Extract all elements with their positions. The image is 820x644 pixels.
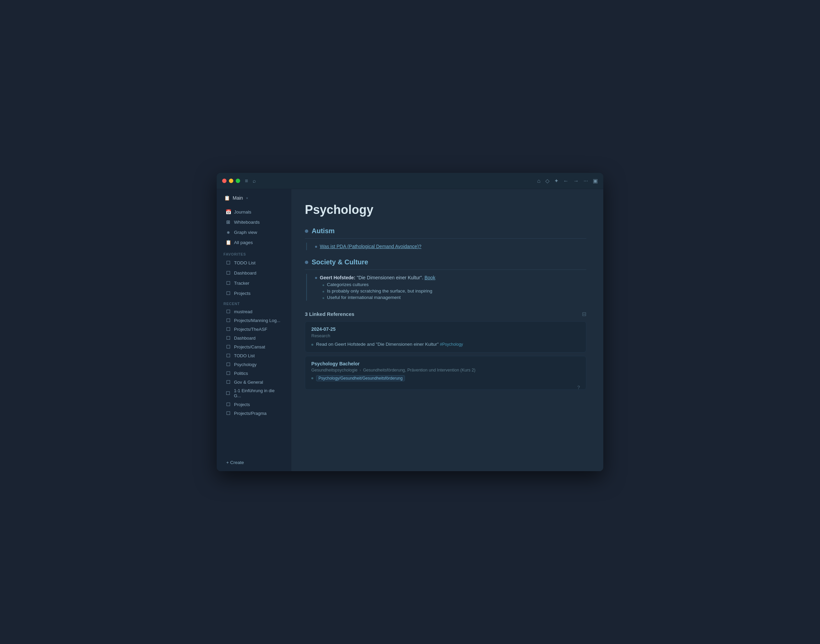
hofstede-quote: "Die Dimensionen einer Kultur".: [357, 275, 425, 280]
recent-list: ☐ mustread ☐ Projects/Manning Log... ☐ P…: [217, 307, 291, 418]
sidebar-item-projects-cansat[interactable]: ☐ Projects/Cansat: [219, 342, 289, 351]
page-link[interactable]: Psychology/Gesundheit/Gesundheitsförderu…: [316, 375, 405, 381]
ref-card-2: Psychology Bachelor Gesundheitspsycholog…: [305, 356, 587, 390]
autism-divider: [305, 238, 587, 239]
star-icon[interactable]: ✦: [554, 178, 559, 184]
search-icon[interactable]: ⌕: [253, 178, 256, 184]
list-item: Categorizes cultures: [322, 281, 587, 288]
section-autism-header: Autism: [305, 227, 587, 235]
pda-link[interactable]: Was ist PDA (Pathological Demand Avoidan…: [320, 244, 422, 249]
close-button[interactable]: [222, 179, 227, 183]
workspace-label: Main: [233, 195, 243, 201]
sidebar-item-projects-pragma[interactable]: ☐ Projects/Pragma: [219, 409, 289, 418]
sidebar-item-projects[interactable]: ☐ Projects: [219, 288, 289, 298]
projects-label: Projects: [234, 291, 250, 296]
diamond-icon[interactable]: ◇: [545, 178, 550, 184]
workspace-chevron: ▾: [246, 196, 248, 200]
society-content: Geert Hofstede: "Die Dimensionen einer K…: [306, 274, 587, 301]
section-society-header: Society & Culture: [305, 258, 587, 266]
home-icon[interactable]: ⌂: [537, 178, 541, 184]
ref-card-1: 2024-07-25 Research Read on Geert Hofste…: [305, 321, 587, 353]
ref-breadcrumb: Gesundheitspsychologie › Gesundheitsförd…: [311, 368, 580, 373]
titlebar-right-icons: ⌂ ◇ ✦ ← → ··· ▣: [537, 178, 598, 184]
sidebar-item-all-pages[interactable]: 📋 All pages: [219, 237, 289, 247]
minimize-button[interactable]: [229, 179, 233, 183]
help-icon[interactable]: ?: [577, 385, 580, 390]
page-title: Psychology: [305, 203, 587, 217]
sidebar-item-projects-theasf[interactable]: ☐ Projects/TheASF: [219, 325, 289, 334]
sidebar-item-journals[interactable]: 📅 Journals: [219, 207, 289, 217]
breadcrumb-part-1[interactable]: Gesundheitspsychologie: [311, 368, 358, 373]
ref-card-2-title[interactable]: Psychology Bachelor: [311, 361, 580, 366]
list-item: Is probably only scratching the surface,…: [322, 288, 587, 294]
autism-bullet: [305, 230, 308, 233]
all-pages-label: All pages: [234, 240, 253, 245]
1-1-label: 1-1 Einführung in die G...: [234, 388, 282, 398]
sidebar-item-dashboard-recent[interactable]: ☐ Dashboard: [219, 334, 289, 342]
titlebar: ≡ ⌕ ⌂ ◇ ✦ ← → ··· ▣: [217, 173, 603, 189]
ref-card-1-subtitle: Research: [311, 333, 580, 338]
sidebar-item-politics[interactable]: ☐ Politics: [219, 369, 289, 377]
item-bullet: [315, 277, 317, 279]
autism-content: Was ist PDA (Pathological Demand Avoidan…: [306, 243, 587, 250]
sidebar-item-tracker[interactable]: ☐ Tracker: [219, 278, 289, 288]
sidebar-item-projects-2[interactable]: ☐ Projects: [219, 400, 289, 409]
page-icon: ☐: [226, 270, 231, 276]
calendar-icon: 📅: [226, 209, 231, 215]
sub-item-3: Useful for international management: [327, 295, 401, 300]
list-item: Psychology/Gesundheit/Gesundheitsförderu…: [311, 374, 580, 382]
main-layout: 📋 Main ▾ 📅 Journals ⊞ Whiteboards ⎈ Grap…: [217, 189, 603, 471]
sub-item-1: Categorizes cultures: [327, 282, 369, 287]
sidebar-item-projects-manning[interactable]: ☐ Projects/Manning Log...: [219, 316, 289, 325]
more-icon[interactable]: ···: [584, 178, 588, 184]
sub-bullet: [322, 297, 324, 299]
tag-psychology[interactable]: #Psychology: [440, 342, 463, 347]
page-icon: ☐: [226, 280, 231, 286]
forward-icon[interactable]: →: [573, 178, 579, 184]
sub-bullet: [322, 291, 324, 293]
autism-title: Autism: [312, 227, 335, 235]
book-link[interactable]: Book: [425, 275, 435, 280]
linked-refs-header: 3 Linked References ⊟: [305, 311, 587, 317]
page-icon: ☐: [226, 317, 231, 323]
ref-item-bullet: [311, 377, 313, 379]
sidebar-item-todo-list[interactable]: ☐ TODO List: [219, 258, 289, 268]
sidebar-item-gov-general[interactable]: ☐ Gov & General: [219, 377, 289, 386]
sidebar-item-whiteboards[interactable]: ⊞ Whiteboards: [219, 217, 289, 227]
ref-card-1-title[interactable]: 2024-07-25: [311, 327, 580, 332]
layout-icon[interactable]: ▣: [593, 178, 598, 184]
workspace-icon: 📋: [224, 195, 230, 201]
ref-item-text: Read on Geert Hofstede and "Die Dimensio…: [316, 342, 463, 347]
sidebar-item-graph-view[interactable]: ⎈ Graph view: [219, 227, 289, 237]
society-bullet: [305, 261, 308, 264]
sidebar-item-psychology[interactable]: ☐ Psychology: [219, 360, 289, 369]
sidebar-item-todo-list-2[interactable]: ☐ TODO List: [219, 351, 289, 360]
todo-label: TODO List: [234, 260, 256, 265]
breadcrumb-part-2[interactable]: Gesundheitsförderung, Prävention und Int…: [363, 368, 475, 373]
back-icon[interactable]: ←: [563, 178, 569, 184]
app-window: ≡ ⌕ ⌂ ◇ ✦ ← → ··· ▣ 📋 Main ▾: [217, 173, 603, 471]
linked-refs-title: 3 Linked References: [305, 311, 355, 317]
filter-icon[interactable]: ⊟: [582, 311, 587, 317]
dashboard-label: Dashboard: [234, 270, 256, 276]
workspace-selector[interactable]: 📋 Main ▾: [221, 193, 286, 203]
sidebar-nav: 📅 Journals ⊞ Whiteboards ⎈ Graph view 📋 …: [217, 205, 291, 249]
create-button[interactable]: + Create: [221, 457, 286, 468]
page-icon: ☐: [226, 327, 231, 332]
sidebar-item-1-1-einfuhrung[interactable]: ☐ 1-1 Einführung in die G...: [219, 386, 289, 400]
graph-icon: ⎈: [226, 230, 231, 235]
hamburger-icon[interactable]: ≡: [245, 178, 248, 184]
projects-2-label: Projects: [234, 402, 250, 407]
page-icon: ☐: [226, 371, 231, 376]
society-title: Society & Culture: [312, 258, 368, 266]
sidebar-item-dashboard[interactable]: ☐ Dashboard: [219, 268, 289, 278]
whiteboards-label: Whiteboards: [234, 220, 260, 225]
page-icon: ☐: [226, 309, 231, 314]
sidebar-item-mustread[interactable]: ☐ mustread: [219, 307, 289, 316]
traffic-lights: [222, 179, 240, 183]
maximize-button[interactable]: [236, 179, 240, 183]
hofstede-text: Geert Hofstede: "Die Dimensionen einer K…: [320, 275, 435, 280]
content-area: Psychology Autism Was ist PDA (Pathologi…: [291, 189, 603, 471]
dashboard-recent-label: Dashboard: [234, 336, 256, 340]
sub-bullet: [322, 284, 324, 286]
